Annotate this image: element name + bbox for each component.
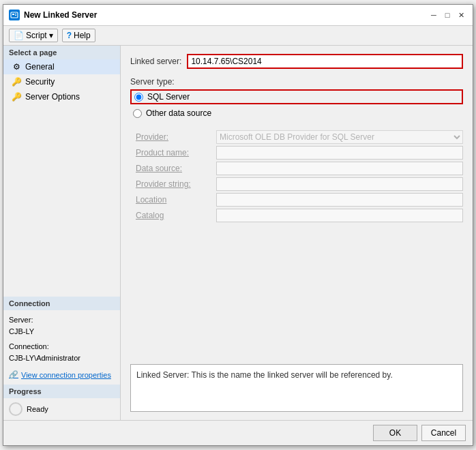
- sidebar-item-security[interactable]: 🔑 Security: [3, 74, 120, 89]
- help-icon: ?: [67, 31, 72, 40]
- provider-string-label: Provider string:: [136, 179, 211, 189]
- minimize-button[interactable]: ─: [428, 9, 440, 21]
- status-message: Linked Server: This is the name the link…: [136, 370, 393, 380]
- script-icon: 📄: [14, 31, 24, 40]
- script-button[interactable]: 📄 Script ▾: [9, 29, 58, 42]
- other-data-source-radio-row[interactable]: Other data source: [130, 107, 463, 119]
- provider-string-row: Provider string:: [136, 177, 463, 191]
- linked-server-row: Linked server:: [130, 54, 463, 69]
- svg-rect-2: [15, 14, 16, 14]
- server-label: Server: CJB-LY: [9, 314, 115, 338]
- script-label: Script: [26, 31, 47, 40]
- dialog-title: New Linked Server: [24, 10, 423, 20]
- view-link-label: View connection properties: [21, 371, 111, 379]
- general-icon: ⚙: [12, 62, 21, 72]
- data-source-input: [216, 162, 463, 175]
- connection-info: Server: CJB-LY Connection: CJB-LY\Admini…: [3, 310, 120, 369]
- server-type-label: Server type:: [130, 77, 463, 87]
- provider-select: Microsoft OLE DB Provider for SQL Server: [216, 130, 463, 144]
- catalog-label: Catalog: [136, 211, 211, 220]
- sql-server-radio-row[interactable]: SQL Server: [130, 89, 463, 104]
- help-label: Help: [74, 31, 91, 40]
- dialog-icon: [9, 10, 20, 20]
- sidebar-item-server-options[interactable]: 🔑 Server Options: [3, 89, 120, 104]
- other-data-source-label: Other data source: [146, 108, 211, 118]
- view-connection-properties-link[interactable]: 🔗 View connection properties: [3, 369, 120, 380]
- product-name-input: [216, 146, 463, 160]
- other-data-source-radio[interactable]: [133, 109, 142, 118]
- title-bar: New Linked Server ─ □ ✕: [3, 5, 473, 26]
- script-dropdown-icon: ▾: [49, 31, 53, 40]
- sidebar-label-server-options: Server Options: [25, 92, 80, 102]
- location-row: Location: [136, 193, 463, 207]
- link-icon: 🔗: [9, 370, 18, 379]
- footer: OK Cancel: [3, 420, 473, 445]
- linked-server-input[interactable]: [187, 54, 463, 69]
- toolbar: 📄 Script ▾ ? Help: [3, 26, 473, 46]
- sidebar-item-general[interactable]: ⚙ General: [3, 59, 120, 74]
- server-type-radio-group: SQL Server Other data source: [130, 89, 463, 119]
- cancel-button[interactable]: Cancel: [421, 425, 466, 441]
- product-name-row: Product name:: [136, 146, 463, 160]
- ok-button[interactable]: OK: [373, 425, 417, 441]
- svg-rect-3: [15, 15, 16, 16]
- progress-content: Ready: [3, 398, 120, 420]
- server-options-icon: 🔑: [12, 92, 21, 102]
- sidebar-label-security: Security: [25, 77, 55, 87]
- data-source-row: Data source:: [136, 162, 463, 175]
- other-fields-section: Provider: Microsoft OLE DB Provider for …: [136, 130, 463, 224]
- progress-header: Progress: [3, 385, 120, 398]
- sidebar-label-general: General: [25, 62, 55, 72]
- progress-status: Ready: [27, 405, 48, 413]
- sql-server-radio[interactable]: [134, 93, 143, 102]
- catalog-input: [216, 209, 463, 222]
- product-name-label: Product name:: [136, 148, 211, 158]
- provider-row: Provider: Microsoft OLE DB Provider for …: [136, 130, 463, 144]
- select-page-header: Select a page: [3, 46, 120, 59]
- status-box: Linked Server: This is the name the link…: [130, 364, 463, 412]
- connection-value: CJB-LY\Administrator: [9, 354, 80, 362]
- sidebar: Select a page ⚙ General 🔑 Security 🔑 Ser…: [3, 46, 121, 420]
- linked-server-label: Linked server:: [130, 57, 181, 66]
- connection-header: Connection: [3, 297, 120, 310]
- server-value: CJB-LY: [9, 327, 34, 335]
- location-input: [216, 193, 463, 207]
- main-panel: Linked server: Server type: SQL Server O…: [121, 46, 473, 420]
- catalog-row: Catalog: [136, 209, 463, 222]
- content-area: Select a page ⚙ General 🔑 Security 🔑 Ser…: [3, 46, 473, 420]
- help-button[interactable]: ? Help: [62, 29, 95, 42]
- connection-label: Connection: CJB-LY\Administrator: [9, 341, 115, 365]
- sql-server-label: SQL Server: [147, 92, 190, 102]
- progress-indicator: [9, 402, 23, 416]
- location-label: Location: [136, 195, 211, 205]
- svg-rect-1: [12, 14, 14, 15]
- close-button[interactable]: ✕: [455, 9, 467, 21]
- maximize-button[interactable]: □: [441, 9, 453, 21]
- title-bar-controls: ─ □ ✕: [428, 9, 467, 21]
- security-icon: 🔑: [12, 77, 21, 87]
- provider-label: Provider:: [136, 132, 211, 142]
- data-source-label: Data source:: [136, 164, 211, 173]
- server-type-section: Server type: SQL Server Other data sourc…: [130, 77, 463, 125]
- new-linked-server-dialog: New Linked Server ─ □ ✕ 📄 Script ▾ ? Hel…: [3, 4, 473, 446]
- provider-string-input: [216, 177, 463, 191]
